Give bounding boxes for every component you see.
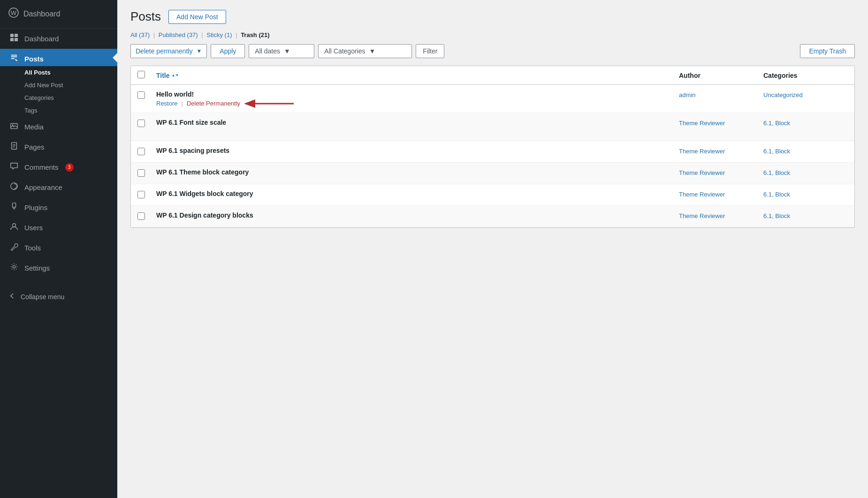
row-1-author[interactable]: admin [679, 91, 763, 98]
table-row: Hello world! Restore | Delete Permanentl… [131, 85, 854, 113]
sidebar-item-pages[interactable]: Pages [0, 137, 117, 157]
delete-arrow-annotation [242, 97, 298, 111]
sidebar-item-comments[interactable]: Comments 3 [0, 157, 117, 177]
row-2-author[interactable]: Theme Reviewer [679, 119, 763, 127]
svg-rect-5 [15, 38, 18, 41]
toolbar: Delete permanently ▼ Apply All dates ▼ A… [130, 44, 855, 58]
sidebar-dashboard-label: Dashboard [24, 35, 59, 43]
row-4-title: WP 6.1 Theme block category [156, 168, 679, 176]
sidebar: W Dashboard Dashboard Posts All Posts Ad… [0, 0, 117, 498]
comments-icon [8, 162, 20, 173]
filter-button[interactable]: Filter [416, 44, 444, 58]
sidebar-item-plugins[interactable]: Plugins [0, 197, 117, 218]
row-1-title-cell: Hello world! Restore | Delete Permanentl… [156, 91, 679, 107]
svg-rect-13 [12, 203, 15, 207]
row-4-categories[interactable]: 6.1, Block [763, 168, 848, 176]
plugins-icon [8, 202, 20, 213]
row-5-title: WP 6.1 Widgets block category [156, 190, 679, 197]
row-1-checkbox[interactable] [137, 91, 145, 99]
sidebar-item-users[interactable]: Users [0, 218, 117, 238]
wp-logo-icon: W [8, 8, 19, 21]
row-1-title: Hello world! [156, 91, 679, 98]
sidebar-appearance-label: Appearance [24, 183, 62, 191]
sidebar-sub-tags[interactable]: Tags [0, 104, 117, 117]
row-1-delete-link[interactable]: Delete Permanently [187, 100, 240, 107]
sidebar-sub-all-posts[interactable]: All Posts [0, 66, 117, 79]
svg-point-16 [13, 265, 15, 268]
table-row: WP 6.1 Widgets block category Theme Revi… [131, 184, 854, 206]
sidebar-item-appearance[interactable]: Appearance [0, 177, 117, 197]
sidebar-item-posts[interactable]: Posts [0, 49, 117, 66]
sidebar-pages-label: Pages [24, 143, 45, 151]
filter-links: All (37) | Published (37) | Sticky (1) |… [130, 31, 855, 38]
row-6-title: WP 6.1 Design category blocks [156, 211, 679, 219]
bulk-action-dropdown[interactable]: Delete permanently ▼ [130, 44, 207, 58]
collapse-icon [8, 292, 16, 301]
row-6-author[interactable]: Theme Reviewer [679, 211, 763, 219]
filter-all[interactable]: All (37) [130, 31, 150, 38]
page-title: Posts [130, 9, 161, 24]
filter-published[interactable]: Published (37) [159, 31, 198, 38]
sidebar-media-label: Media [24, 123, 44, 131]
sidebar-item-dashboard[interactable]: Dashboard [0, 29, 117, 49]
row-5-author[interactable]: Theme Reviewer [679, 190, 763, 198]
pages-icon [8, 142, 20, 152]
row-4-checkbox[interactable] [137, 169, 145, 177]
categories-label: All Categories [324, 47, 365, 55]
sidebar-collapse-button[interactable]: Collapse menu [0, 287, 117, 306]
sidebar-item-settings[interactable]: Settings [0, 258, 117, 278]
main-content: Posts Add New Post All (37) | Published … [117, 0, 868, 498]
row-1-checkbox-cell [137, 91, 156, 100]
apply-button[interactable]: Apply [211, 44, 245, 58]
select-all-checkbox[interactable] [137, 71, 145, 78]
row-2-checkbox[interactable] [137, 120, 145, 127]
row-3-author[interactable]: Theme Reviewer [679, 147, 763, 155]
sidebar-posts-submenu: All Posts Add New Post Categories Tags [0, 66, 117, 117]
sidebar-item-media[interactable]: Media [0, 117, 117, 137]
col-cats-header: Categories [763, 72, 848, 79]
sidebar-item-tools[interactable]: Tools [0, 238, 117, 258]
row-5-categories[interactable]: 6.1, Block [763, 190, 848, 198]
add-new-post-button[interactable]: Add New Post [168, 10, 226, 24]
row-2-categories[interactable]: 6.1, Block [763, 119, 848, 127]
row-1-categories[interactable]: Uncategorized [763, 91, 848, 98]
appearance-icon [8, 182, 20, 193]
sidebar-settings-label: Settings [24, 264, 50, 272]
table-row: WP 6.1 Design category blocks Theme Revi… [131, 206, 854, 227]
bulk-action-label: Delete permanently [136, 47, 192, 55]
collapse-label: Collapse menu [21, 293, 64, 301]
filter-trash: Trash (21) [241, 31, 269, 38]
row-3-checkbox[interactable] [137, 148, 145, 155]
posts-table: Title ▲▼ Author Categories Hello world! … [130, 66, 855, 228]
users-icon [8, 222, 20, 233]
row-4-author[interactable]: Theme Reviewer [679, 168, 763, 176]
comments-badge: 3 [65, 163, 74, 172]
col-author-header: Author [679, 72, 763, 79]
dashboard-icon [8, 33, 20, 44]
row-6-checkbox[interactable] [137, 212, 145, 220]
sidebar-site-title[interactable]: Dashboard [23, 10, 60, 18]
row-1-actions: Restore | Delete Permanently [156, 100, 679, 107]
sidebar-logo: W Dashboard [0, 0, 117, 29]
row-5-checkbox[interactable] [137, 191, 145, 198]
empty-trash-button[interactable]: Empty Trash [800, 44, 855, 58]
row-1-restore-link[interactable]: Restore [156, 100, 178, 107]
tools-icon [8, 242, 20, 253]
row-2-title: WP 6.1 Font size scale [156, 119, 679, 126]
sidebar-sub-add-new[interactable]: Add New Post [0, 79, 117, 91]
row-6-categories[interactable]: 6.1, Block [763, 211, 848, 219]
sidebar-sub-categories[interactable]: Categories [0, 91, 117, 104]
categories-dropdown[interactable]: All Categories ▼ [318, 44, 412, 58]
dates-dropdown[interactable]: All dates ▼ [249, 44, 314, 58]
dates-chevron-icon: ▼ [284, 47, 290, 55]
filter-sticky[interactable]: Sticky (1) [206, 31, 232, 38]
title-sort-arrows: ▲▼ [172, 74, 179, 77]
row-3-categories[interactable]: 6.1, Block [763, 147, 848, 155]
sidebar-plugins-label: Plugins [24, 204, 47, 211]
bulk-action-chevron-icon: ▼ [196, 48, 202, 54]
sidebar-tools-label: Tools [24, 244, 41, 252]
col-title-header[interactable]: Title ▲▼ [156, 72, 679, 79]
svg-rect-3 [15, 34, 18, 37]
select-all-checkbox-cell [137, 71, 156, 80]
sidebar-comments-label: Comments [24, 163, 59, 171]
